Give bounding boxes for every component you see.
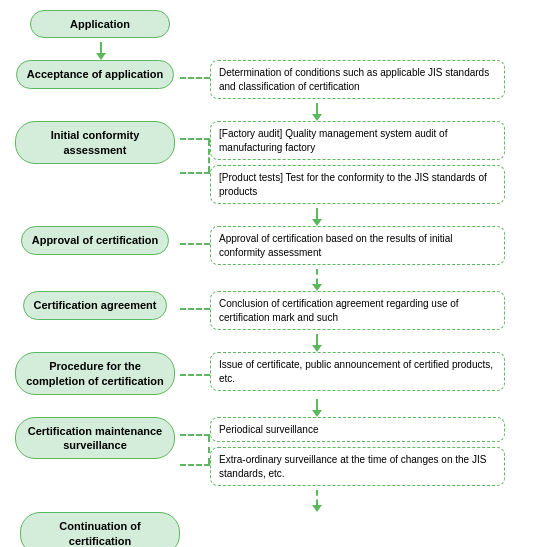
detail-approval: Approval of certification based on the r… [210,226,505,265]
detail-maintenance-1: Periodical surveillance [210,417,505,443]
certification-flow-diagram: Application Acceptance of application De… [10,10,533,547]
box-continuation: Continuation of certification [20,512,180,547]
section-application: Application [10,10,533,38]
box-conformity: Initial conformity assessment [15,121,175,164]
detail-conformity-1: [Factory audit] Quality management syste… [210,121,505,160]
detail-completion: Issue of certificate, public announcemen… [210,352,505,391]
box-agreement: Certification agreement [23,291,168,319]
box-approval: Approval of certification [21,226,170,254]
section-agreement: Certification agreement Conclusion of ce… [10,291,533,330]
section-acceptance: Acceptance of application Determination … [10,60,533,99]
section-continuation: Continuation of certification [10,512,533,547]
detail-acceptance: Determination of conditions such as appl… [210,60,505,99]
box-application: Application [30,10,170,38]
detail-maintenance-2: Extra-ordinary surveillance at the time … [210,447,505,486]
detail-agreement: Conclusion of certification agreement re… [210,291,505,330]
box-acceptance: Acceptance of application [16,60,174,88]
detail-conformity-2: [Product tests] Test for the conformity … [210,165,505,204]
box-completion: Procedure for the completion of certific… [15,352,175,395]
section-conformity: Initial conformity assessment [Factory a… [10,121,533,204]
box-maintenance: Certification maintenance surveillance [15,417,175,460]
section-maintenance: Certification maintenance surveillance P… [10,417,533,487]
section-approval: Approval of certification Approval of ce… [10,226,533,265]
section-completion: Procedure for the completion of certific… [10,352,533,395]
